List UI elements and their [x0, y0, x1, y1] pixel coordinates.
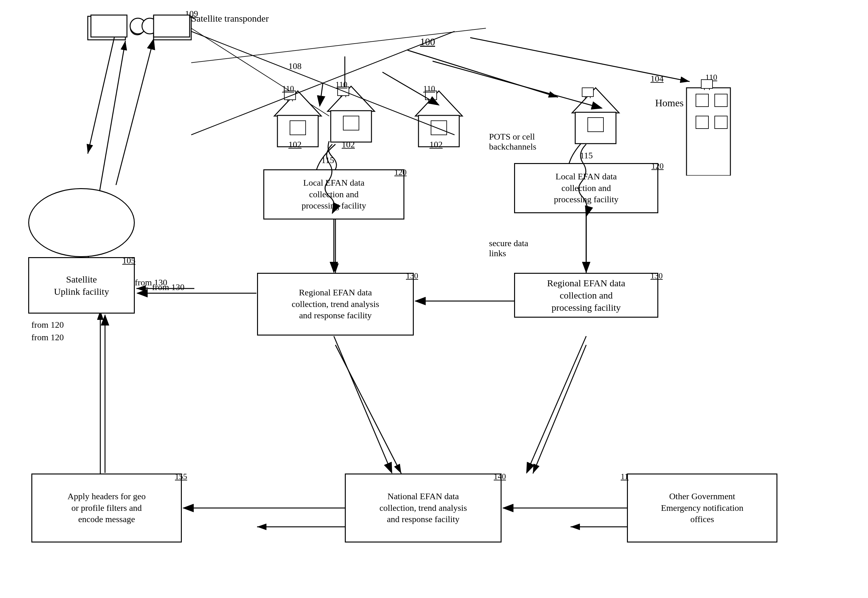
apply-headers-box: Apply headers for geoor profile filters … — [31, 474, 182, 543]
ref-140: 140 — [494, 472, 506, 481]
svg-rect-40 — [696, 94, 708, 107]
svg-rect-46 — [588, 118, 603, 132]
from-130-text: ← from 130 — [141, 282, 184, 292]
svg-rect-55 — [91, 15, 127, 37]
tv-icon-building — [701, 79, 713, 90]
svg-line-14 — [336, 345, 401, 474]
house-2 — [326, 83, 376, 143]
house-right — [571, 85, 621, 144]
svg-point-56 — [130, 18, 146, 34]
ground-station-oval — [28, 188, 135, 257]
ref-104: 104 — [650, 74, 664, 84]
ref-120-local1: 120 — [394, 168, 407, 177]
svg-rect-29 — [431, 121, 447, 135]
svg-marker-44 — [572, 88, 619, 113]
svg-line-8 — [191, 28, 486, 63]
other-gov-box: Other GovernmentEmergency notificationof… — [627, 474, 777, 543]
satellite-uplink-box: SatelliteUplink facility — [28, 257, 135, 314]
ref-115-2: 115 — [580, 151, 593, 161]
svg-line-64 — [116, 39, 154, 185]
svg-point-57 — [142, 18, 158, 34]
svg-rect-50 — [701, 80, 713, 88]
ref-108-label: 108 — [288, 61, 301, 71]
svg-rect-26 — [343, 116, 359, 130]
ref-102-1: 102 — [288, 139, 301, 150]
local-efan-2-box: Local EFAN datacollection andprocessing … — [514, 163, 658, 213]
pots-label: POTS or cellbackchannels — [489, 132, 536, 152]
svg-marker-24 — [328, 86, 374, 111]
large-building — [677, 75, 740, 176]
svg-rect-23 — [290, 121, 306, 135]
svg-marker-21 — [274, 91, 321, 116]
svg-rect-2 — [88, 16, 125, 40]
house-3 — [414, 88, 464, 147]
ref-130-regional2: 130 — [650, 271, 663, 281]
svg-rect-43 — [715, 116, 727, 129]
house-1 — [273, 88, 323, 147]
ref-130-regional1: 130 — [406, 271, 418, 281]
regional-efan-2-box: Regional EFAN datacollection andprocessi… — [514, 273, 658, 318]
ref-115-1: 115 — [321, 155, 334, 165]
local-efan-1-box: Local EFAN datacollection andprocessing … — [263, 169, 404, 220]
from-120-label: from 120 — [31, 320, 64, 330]
ref-100: 100 — [420, 36, 435, 48]
svg-rect-5 — [154, 16, 191, 40]
svg-line-6 — [88, 16, 119, 154]
ref-110-3: 110 — [423, 84, 435, 93]
from-120-text: from 120 — [31, 332, 64, 342]
svg-line-68 — [334, 336, 392, 473]
ref-102-2: 102 — [342, 139, 355, 150]
svg-line-15 — [533, 345, 586, 474]
ref-105: 105 — [122, 256, 136, 266]
ref-11: 11 — [621, 472, 628, 481]
homes-label: Homes — [655, 97, 684, 109]
svg-rect-42 — [696, 116, 708, 129]
ref-120-local2: 120 — [652, 161, 664, 171]
ref-109: 109 — [185, 9, 198, 19]
diagram: Satellite transponder 109 100 108 Satell… — [0, 0, 868, 598]
svg-marker-27 — [415, 91, 462, 116]
svg-rect-58 — [154, 15, 189, 37]
svg-line-69 — [526, 336, 586, 473]
svg-point-3 — [130, 21, 144, 35]
ref-155: 155 — [175, 472, 187, 481]
satellite-transponder-label: Satellite transponder — [191, 13, 268, 24]
svg-rect-47 — [582, 88, 594, 97]
svg-point-4 — [145, 25, 150, 30]
ref-110-2: 110 — [336, 80, 347, 90]
national-efan-box: National EFAN datacollection, trend anal… — [345, 474, 501, 543]
tv-icon-right — [582, 87, 594, 98]
secure-data-label: secure datalinks — [489, 238, 528, 259]
regional-efan-1-box: Regional EFAN datacollection, trend anal… — [257, 273, 414, 336]
svg-rect-41 — [715, 94, 727, 107]
ref-110-1: 110 — [282, 84, 294, 93]
ref-102-3: 102 — [430, 139, 443, 150]
